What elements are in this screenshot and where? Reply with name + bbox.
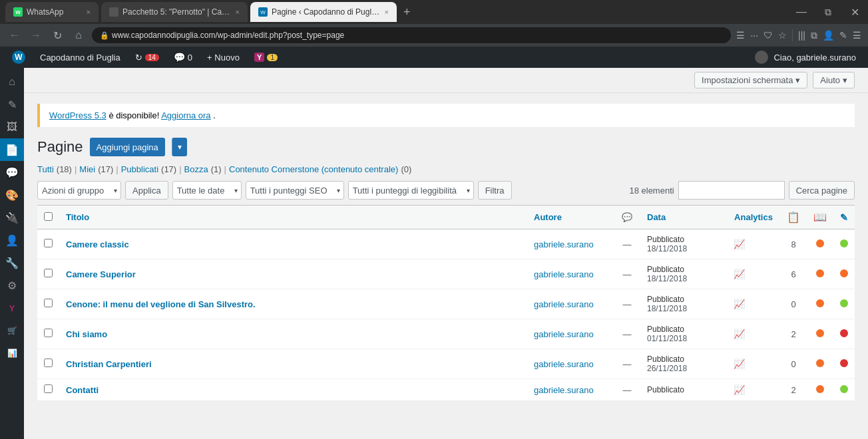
wp-logo-menu[interactable]: W bbox=[5, 47, 32, 68]
update-now-link[interactable]: Aggiorna ora bbox=[161, 110, 210, 120]
updates-menu[interactable]: ↻ 14 bbox=[128, 47, 166, 68]
author-link[interactable]: gabriele.surano bbox=[534, 329, 594, 339]
tab-pacchetto-close[interactable]: × bbox=[236, 8, 240, 16]
author-link[interactable]: gabriele.surano bbox=[534, 239, 594, 249]
sidebar-item-woo[interactable]: 🛒 bbox=[0, 319, 24, 342]
synced-tabs-icon[interactable]: ⧉ bbox=[811, 30, 817, 41]
bookmark-icon[interactable]: ☆ bbox=[778, 30, 787, 41]
readability-status-dot bbox=[840, 359, 848, 367]
sidebar-item-media[interactable]: 🖼 bbox=[0, 116, 24, 138]
sidebar-item-dashboard[interactable]: ⌂ bbox=[0, 71, 24, 93]
sidebar-item-analytics[interactable]: 📊 bbox=[0, 342, 24, 365]
sidebar-item-appearance[interactable]: 🎨 bbox=[0, 184, 24, 206]
tab-pagine-favicon: W bbox=[258, 7, 268, 17]
add-page-button[interactable]: Aggiungi pagina bbox=[90, 138, 165, 156]
user-greeting-item[interactable]: Ciao, gabriele.surano bbox=[748, 47, 863, 68]
apply-button[interactable]: Applica bbox=[125, 181, 168, 200]
row-analytics-num: 0 bbox=[780, 289, 807, 319]
filter-tab-bozza[interactable]: Bozza bbox=[184, 164, 208, 174]
row-analytics-cell: 📈 bbox=[727, 319, 780, 349]
pen-icon[interactable]: ✎ bbox=[839, 30, 847, 41]
tab-whatsapp-close[interactable]: × bbox=[87, 8, 91, 16]
user-greeting: Ciao, gabriele.surano bbox=[773, 53, 856, 63]
site-name-menu[interactable]: Capodanno di Puglia bbox=[33, 47, 127, 68]
page-title-link[interactable]: Camere Superior bbox=[66, 269, 136, 279]
forward-button[interactable]: → bbox=[28, 29, 44, 41]
sidebar-item-pages[interactable]: 📄 bbox=[0, 138, 24, 161]
row-checkbox[interactable] bbox=[44, 299, 53, 307]
close-button[interactable]: ✕ bbox=[847, 6, 863, 19]
back-button[interactable]: ← bbox=[7, 29, 23, 41]
sidebar-item-seo[interactable]: Y bbox=[0, 297, 24, 319]
filter-tab-tutti[interactable]: TitoloTutti bbox=[37, 164, 54, 174]
tab-pacchetto[interactable]: Pacchetto 5: "Pernotto" | Capo... × bbox=[101, 2, 248, 22]
search-pages-input[interactable] bbox=[678, 181, 785, 200]
tab-pagine-close[interactable]: × bbox=[385, 8, 389, 16]
notice-text-after: . bbox=[213, 110, 216, 120]
menu-icon[interactable]: ☰ bbox=[853, 30, 861, 41]
readability-filter-select[interactable]: Tutti i punteggi di leggibilità bbox=[348, 181, 474, 200]
dates-filter-select[interactable]: Tutte le date bbox=[172, 181, 242, 200]
page-title-link[interactable]: Camere classic bbox=[66, 239, 129, 249]
new-content-menu[interactable]: + Nuovo bbox=[200, 47, 246, 68]
reload-button[interactable]: ↻ bbox=[49, 29, 65, 42]
search-pages-button[interactable]: Cerca pagine bbox=[789, 181, 855, 200]
sidebar-item-settings[interactable]: ⚙ bbox=[0, 274, 24, 297]
minimize-button[interactable]: — bbox=[793, 6, 809, 18]
help-button[interactable]: Aiuto ▾ bbox=[813, 72, 855, 88]
page-title-link[interactable]: Christian Carpentieri bbox=[66, 359, 152, 369]
library-icon[interactable]: ||| bbox=[798, 30, 805, 41]
sidebar-item-plugins[interactable]: 🔌 bbox=[0, 206, 24, 229]
page-title-link[interactable]: Contatti bbox=[66, 385, 99, 395]
th-title[interactable]: Titolo bbox=[59, 206, 527, 229]
page-title-link[interactable]: Chi siamo bbox=[66, 329, 107, 339]
screen-options-button[interactable]: Impostazioni schermata ▾ bbox=[694, 72, 807, 88]
author-link[interactable]: gabriele.surano bbox=[534, 269, 594, 279]
user-menu[interactable]: Ciao, gabriele.surano bbox=[748, 47, 863, 68]
group-action-select[interactable]: Azioni di gruppo bbox=[37, 181, 121, 200]
filter-button[interactable]: Filtra bbox=[478, 181, 512, 200]
wordpress-version-link[interactable]: WordPress 5.3 bbox=[49, 110, 107, 120]
comment-icon: 💬 bbox=[174, 52, 185, 63]
shield-icon[interactable]: 🛡 bbox=[763, 30, 773, 41]
yoast-menu[interactable]: Y 1 bbox=[248, 47, 284, 68]
row-checkbox[interactable] bbox=[44, 359, 53, 367]
main-content: Impostazioni schermata ▾ Aiuto ▾ WordPre… bbox=[24, 68, 868, 439]
screen-options-label: Impostazioni schermata bbox=[702, 75, 793, 85]
row-checkbox[interactable] bbox=[44, 269, 53, 277]
select-all-checkbox[interactable] bbox=[44, 212, 53, 221]
row-checkbox[interactable] bbox=[44, 239, 53, 247]
author-link[interactable]: gabriele.surano bbox=[534, 385, 594, 395]
filter-tab-pubblicati[interactable]: Pubblicati bbox=[121, 164, 158, 174]
sidebar-item-tools[interactable]: 🔧 bbox=[0, 251, 24, 274]
filter-tab-cornerstone[interactable]: Contenuto Cornerstone (contenuto central… bbox=[229, 164, 398, 174]
restore-button[interactable]: ⧉ bbox=[820, 7, 836, 18]
seo-filter-select[interactable]: Tutti i punteggi SEO bbox=[246, 181, 344, 200]
th-readability-icon: 📖 bbox=[807, 206, 833, 229]
row-checkbox[interactable] bbox=[44, 329, 53, 337]
comments-menu[interactable]: 💬 0 bbox=[167, 47, 199, 68]
tab-whatsapp[interactable]: W WhatsApp × bbox=[5, 2, 99, 22]
row-checkbox[interactable] bbox=[44, 384, 53, 393]
add-page-dropdown[interactable]: ▾ bbox=[172, 138, 187, 156]
author-link[interactable]: gabriele.surano bbox=[534, 299, 594, 309]
sidebar-item-users[interactable]: 👤 bbox=[0, 229, 24, 251]
page-title-link[interactable]: Cenone: il menu del veglione di San Silv… bbox=[66, 299, 256, 309]
reader-icon[interactable]: ☰ bbox=[736, 30, 745, 41]
profile-icon[interactable]: 👤 bbox=[823, 30, 834, 41]
tab-pagine[interactable]: W Pagine ‹ Capodanno di Puglia... × bbox=[250, 2, 397, 22]
url-bar[interactable]: 🔒 www.capodannodipuglia.com/wp-admin/edi… bbox=[92, 27, 731, 43]
notice-text-middle: è disponibile! bbox=[108, 110, 161, 120]
author-link[interactable]: gabriele.surano bbox=[534, 359, 594, 369]
seo-filter-wrapper: Tutti i punteggi SEO ▾ bbox=[246, 181, 344, 200]
more-icon[interactable]: ··· bbox=[750, 30, 758, 41]
row-date-cell: Pubblicato 18/11/2018 bbox=[640, 259, 727, 289]
sidebar-item-posts[interactable]: ✎ bbox=[0, 93, 24, 116]
new-tab-button[interactable]: + bbox=[399, 5, 415, 19]
row-date-cell: Pubblicato 26/11/2018 bbox=[640, 349, 727, 379]
sidebar-item-comments[interactable]: 💬 bbox=[0, 161, 24, 184]
filter-tab-miei[interactable]: Miei bbox=[79, 164, 95, 174]
home-button[interactable]: ⌂ bbox=[71, 29, 87, 41]
row-status: Pubblicato bbox=[647, 235, 720, 244]
th-date[interactable]: Data bbox=[640, 206, 727, 229]
